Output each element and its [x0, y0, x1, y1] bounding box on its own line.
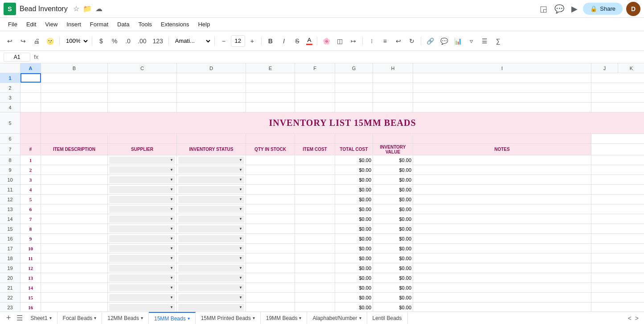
filter-button[interactable]: ▿ [465, 35, 478, 47]
meet-icon[interactable]: ▶ [570, 2, 579, 16]
link-button[interactable]: 🔗 [424, 35, 437, 47]
star-icon[interactable]: ☆ [73, 4, 79, 13]
cell-itemcost-10[interactable] [295, 175, 335, 184]
cell-invvalue-16[interactable]: $0.00 [373, 234, 413, 243]
cell-notes-18[interactable] [413, 253, 591, 263]
cell-invstatus-16[interactable]: ▼ [177, 234, 246, 243]
cell-invstatus-22[interactable]: ▼ [177, 293, 246, 302]
cell-totalcost-8[interactable]: $0.00 [335, 155, 373, 165]
row-num-5[interactable]: 5 [0, 112, 21, 133]
row-num-14[interactable]: 14 [0, 214, 21, 224]
cell-invvalue-18[interactable]: $0.00 [373, 253, 413, 263]
row-num-7[interactable]: 7 [0, 144, 21, 155]
col-header-c[interactable]: C [108, 63, 177, 73]
tab-15mm-printed-arrow[interactable]: ▾ [253, 316, 255, 320]
cell-itemcost-8[interactable] [295, 155, 335, 165]
cell-qty-17[interactable] [246, 244, 295, 253]
cell-desc-18[interactable] [41, 253, 108, 263]
cell-num-9[interactable]: 2 [21, 165, 41, 174]
invstatus-dropdown-12[interactable]: ▼ [178, 196, 244, 203]
grid-container[interactable]: 1 2 [0, 73, 644, 312]
cell-desc-23[interactable] [41, 303, 108, 312]
cell-notes-20[interactable] [413, 273, 591, 282]
cell-desc-19[interactable] [41, 263, 108, 273]
cell-invstatus-19[interactable]: ▼ [177, 263, 246, 273]
supplier-dropdown-22[interactable]: ▼ [109, 294, 175, 301]
cell-b2[interactable] [41, 83, 108, 92]
cell-totalcost-15[interactable]: $0.00 [335, 224, 373, 233]
cell-notes-22[interactable] [413, 293, 591, 302]
cell-supplier-15[interactable]: ▼ [108, 224, 177, 233]
row-num-1[interactable]: 1 [0, 73, 21, 83]
wrap-button[interactable]: ↩ [392, 35, 405, 47]
menu-insert[interactable]: Insert [62, 19, 86, 29]
cell-num-18[interactable]: 11 [21, 253, 41, 263]
cell-itemcost-14[interactable] [295, 214, 335, 224]
cell-f1[interactable] [295, 73, 335, 83]
cell-itemcost-11[interactable] [295, 185, 335, 194]
cell-invstatus-13[interactable]: ▼ [177, 204, 246, 214]
cell-i4[interactable] [413, 103, 591, 112]
cell-itemcost-18[interactable] [295, 253, 335, 263]
font-size-input[interactable] [231, 35, 245, 47]
cell-h2[interactable] [373, 83, 413, 92]
cell-invvalue-14[interactable]: $0.00 [373, 214, 413, 224]
row-num-12[interactable]: 12 [0, 195, 21, 204]
cell-num-20[interactable]: 13 [21, 273, 41, 282]
tab-15mm-printed[interactable]: 15MM Printed Beads ▾ [196, 312, 261, 324]
cell-supplier-23[interactable]: ▼ [108, 303, 177, 312]
fill-color-button[interactable]: 🌸 [320, 35, 333, 47]
cell-num-15[interactable]: 8 [21, 224, 41, 233]
format-number-button[interactable]: 123 [150, 35, 165, 47]
cell-desc-15[interactable] [41, 224, 108, 233]
cell-desc-9[interactable] [41, 165, 108, 174]
supplier-dropdown-20[interactable]: ▼ [109, 274, 175, 282]
supplier-dropdown-23[interactable]: ▼ [109, 304, 175, 311]
row-num-18[interactable]: 18 [0, 253, 21, 263]
cell-itemcost-20[interactable] [295, 273, 335, 282]
row-num-21[interactable]: 21 [0, 283, 21, 292]
cell-g4[interactable] [335, 103, 373, 112]
supplier-dropdown-8[interactable]: ▼ [109, 157, 175, 164]
menu-data[interactable]: Data [113, 19, 134, 29]
cell-g6[interactable] [335, 134, 373, 143]
cell-notes-11[interactable] [413, 185, 591, 194]
cell-num-12[interactable]: 5 [21, 195, 41, 204]
undo-button[interactable]: ↩ [4, 35, 16, 47]
cell-a4[interactable] [21, 103, 41, 112]
supplier-dropdown-12[interactable]: ▼ [109, 196, 175, 203]
cell-invvalue-15[interactable]: $0.00 [373, 224, 413, 233]
cell-f6[interactable] [295, 134, 335, 143]
cell-invvalue-21[interactable]: $0.00 [373, 283, 413, 292]
tab-sheet1[interactable]: Sheet1 ▾ [25, 312, 57, 324]
add-sheet-button[interactable]: + [4, 313, 14, 323]
invstatus-dropdown-16[interactable]: ▼ [178, 235, 244, 242]
cell-itemcost-17[interactable] [295, 244, 335, 253]
cell-supplier-19[interactable]: ▼ [108, 263, 177, 273]
cell-c3[interactable] [108, 93, 177, 102]
font-size-decrease[interactable]: − [217, 35, 230, 47]
italic-button[interactable]: I [278, 35, 290, 47]
row-num-6[interactable]: 6 [0, 134, 21, 143]
cell-a5[interactable] [21, 112, 41, 133]
header-inv-value[interactable]: INVENTORY VALUE [373, 144, 413, 155]
cell-notes-17[interactable] [413, 244, 591, 253]
row-num-11[interactable]: 11 [0, 185, 21, 194]
invstatus-dropdown-9[interactable]: ▼ [178, 166, 244, 174]
cell-num-17[interactable]: 10 [21, 244, 41, 253]
cell-desc-14[interactable] [41, 214, 108, 224]
cell-totalcost-11[interactable]: $0.00 [335, 185, 373, 194]
cell-invstatus-17[interactable]: ▼ [177, 244, 246, 253]
cell-d1[interactable] [177, 73, 246, 83]
cell-qty-14[interactable] [246, 214, 295, 224]
header-supplier[interactable]: SUPPLIER [108, 144, 177, 155]
cell-i1[interactable] [413, 73, 591, 83]
cell-supplier-22[interactable]: ▼ [108, 293, 177, 302]
row-num-13[interactable]: 13 [0, 204, 21, 214]
cell-g1[interactable] [335, 73, 373, 83]
cell-i3[interactable] [413, 93, 591, 102]
col-header-i[interactable]: I [413, 63, 591, 73]
supplier-dropdown-9[interactable]: ▼ [109, 166, 175, 174]
cell-desc-16[interactable] [41, 234, 108, 243]
cell-qty-15[interactable] [246, 224, 295, 233]
